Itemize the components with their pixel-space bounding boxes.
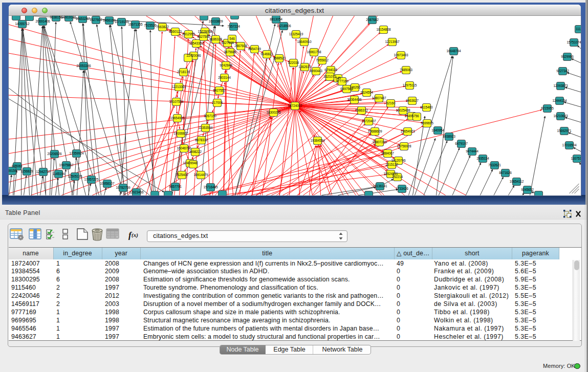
svg-text:39159: 39159	[9, 169, 17, 172]
svg-text:252214: 252214	[392, 175, 403, 179]
svg-text:9146821: 9146821	[260, 52, 273, 56]
svg-text:19654903: 19654903	[170, 116, 184, 120]
svg-text:62160: 62160	[386, 101, 395, 105]
svg-text:12444154: 12444154	[552, 99, 567, 102]
svg-text:20364436: 20364436	[347, 98, 361, 101]
svg-text:9329966: 9329966	[561, 55, 574, 58]
svg-text:1640954: 1640954	[431, 128, 444, 132]
svg-text:8471626: 8471626	[499, 171, 512, 174]
svg-text:11353594: 11353594	[198, 126, 212, 129]
svg-text:8938923: 8938923	[443, 135, 455, 138]
svg-text:16648784: 16648784	[446, 49, 461, 53]
svg-text:10120746: 10120746	[391, 159, 405, 162]
svg-text:9245652: 9245652	[521, 188, 534, 191]
svg-text:746266: 746266	[350, 85, 360, 89]
svg-text:6794028: 6794028	[324, 68, 337, 72]
svg-text:3875685: 3875685	[224, 50, 236, 54]
svg-text:9474444: 9474444	[466, 149, 478, 153]
svg-text:17359924: 17359924	[69, 151, 83, 155]
svg-text:8186328: 8186328	[209, 37, 222, 41]
svg-text:9699695: 9699695	[421, 121, 433, 125]
svg-text:10973493: 10973493	[394, 53, 408, 57]
svg-text:7632621: 7632621	[488, 163, 501, 167]
svg-text:6466160: 6466160	[103, 18, 116, 22]
svg-text:9463627: 9463627	[406, 99, 419, 102]
svg-text:16914479: 16914479	[193, 173, 208, 177]
svg-text:1615132: 1615132	[385, 163, 398, 166]
svg-text:12409948: 12409948	[183, 161, 197, 165]
svg-text:20691406: 20691406	[35, 19, 50, 23]
svg-text:7515526: 7515526	[144, 24, 157, 27]
svg-text:19166827: 19166827	[173, 132, 188, 135]
svg-text:8454749: 8454749	[248, 47, 261, 51]
svg-text:16033809: 16033809	[208, 19, 223, 23]
svg-text:19384554: 19384554	[310, 139, 324, 142]
svg-text:15495756: 15495756	[404, 114, 419, 118]
svg-text:1621072: 1621072	[323, 75, 336, 78]
svg-text:3267150: 3267150	[204, 114, 216, 118]
svg-text:2935114: 2935114	[476, 157, 489, 160]
svg-text:7357224: 7357224	[227, 25, 240, 28]
svg-text:9115460: 9115460	[420, 105, 432, 109]
svg-text:19756928: 19756928	[397, 144, 411, 148]
svg-text:9227342: 9227342	[556, 69, 569, 73]
svg-text:10653267: 10653267	[75, 17, 90, 20]
svg-text:12213967: 12213967	[385, 40, 399, 43]
svg-text:1112: 1112	[575, 27, 580, 31]
svg-text:9338155: 9338155	[50, 16, 62, 19]
svg-text:9777169: 9777169	[336, 79, 349, 83]
svg-text:7485063: 7485063	[400, 68, 412, 72]
svg-text:1588520: 1588520	[273, 56, 286, 60]
svg-text:20053346: 20053346	[76, 64, 91, 68]
svg-text:22420046: 22420046	[186, 54, 201, 57]
svg-text:15720407: 15720407	[361, 119, 376, 123]
svg-text:546: 546	[229, 37, 235, 40]
svg-text:12923466: 12923466	[129, 190, 143, 194]
svg-text:19654923: 19654923	[400, 129, 415, 133]
svg-text:7955812: 7955812	[316, 58, 329, 62]
svg-text:3498222: 3498222	[189, 150, 202, 154]
svg-text:9857791: 9857791	[169, 185, 182, 188]
svg-text:10688609: 10688609	[367, 129, 382, 133]
svg-text:10025438: 10025438	[396, 108, 410, 112]
svg-text:545: 545	[335, 76, 341, 80]
svg-text:10958107: 10958107	[100, 182, 114, 185]
svg-text:12505135: 12505135	[68, 174, 82, 178]
svg-text:19975867: 19975867	[59, 163, 73, 167]
svg-text:9884067: 9884067	[381, 151, 394, 155]
svg-text:7986372: 7986372	[355, 108, 368, 112]
svg-text:10807487: 10807487	[372, 96, 386, 100]
svg-text:15716485: 15716485	[203, 185, 217, 189]
svg-text:14055712: 14055712	[15, 22, 29, 26]
svg-text:1145194: 1145194	[52, 172, 64, 176]
svg-text:1362615: 1362615	[298, 65, 311, 69]
svg-text:3624554: 3624554	[360, 91, 373, 94]
svg-text:8990443: 8990443	[310, 69, 322, 73]
svg-text:2867608: 2867608	[234, 44, 247, 48]
svg-text:10654112: 10654112	[509, 180, 524, 183]
svg-text:11325419: 11325419	[289, 32, 303, 36]
svg-text:16210643: 16210643	[553, 114, 568, 118]
svg-text:7663822: 7663822	[156, 25, 169, 29]
svg-text:8912955: 8912955	[182, 32, 195, 36]
svg-text:(x): (x)	[132, 232, 138, 238]
svg-text:10107554: 10107554	[169, 100, 183, 103]
svg-text:19218506: 19218506	[276, 24, 291, 28]
svg-text:835061: 835061	[12, 164, 23, 168]
svg-text:822034: 822034	[288, 61, 299, 64]
svg-text:217004: 217004	[212, 101, 223, 104]
svg-text:6479197: 6479197	[455, 142, 468, 145]
svg-text:20206526: 20206526	[47, 152, 61, 156]
svg-text:2803144: 2803144	[218, 76, 231, 79]
svg-text:1167533: 1167533	[571, 157, 580, 160]
svg-text:18724007: 18724007	[288, 104, 302, 107]
svg-text:1527602: 1527602	[90, 18, 102, 21]
svg-text:2718176: 2718176	[177, 70, 190, 74]
svg-text:16782759: 16782759	[116, 186, 130, 189]
svg-text:17016504: 17016504	[562, 143, 576, 147]
svg-text:18300295: 18300295	[266, 111, 280, 114]
svg-text:9327506: 9327506	[197, 35, 210, 38]
svg-text:10719155: 10719155	[114, 20, 128, 24]
svg-text:9327508: 9327508	[221, 41, 234, 45]
svg-text:16543362: 16543362	[189, 41, 203, 45]
